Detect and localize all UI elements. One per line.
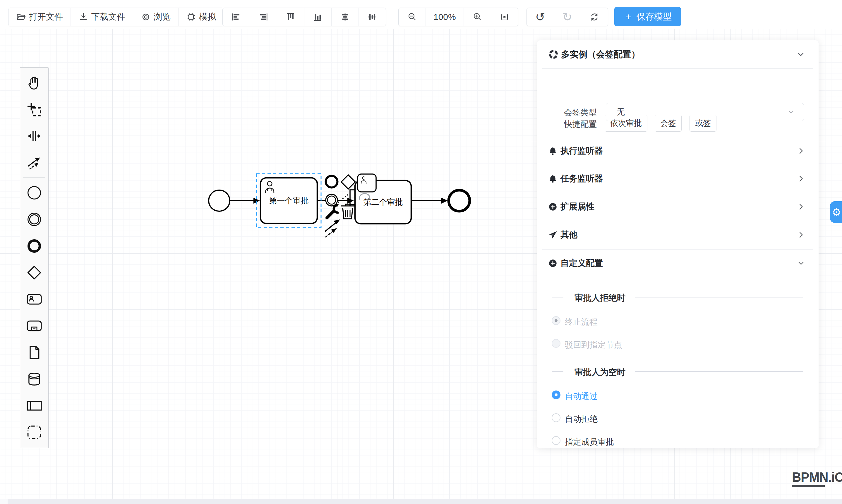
properties-panel: 多实例（会签配置） 快捷配置 依次审批 会签 或签 会签类型 无 执行监听器 任… xyxy=(537,40,819,448)
empty-section-title: 审批人为空时 xyxy=(575,366,626,378)
append-user-task-icon[interactable] xyxy=(358,174,376,192)
section-task-listener[interactable]: 任务监听器 xyxy=(537,165,819,193)
radio-assign-member-label: 指定成员审批 xyxy=(565,436,614,448)
bpmn-io-logo[interactable]: BPMN.iO xyxy=(792,470,842,487)
chevron-right-icon xyxy=(797,203,805,211)
divider xyxy=(635,371,803,372)
bpmn-io-logo-text: BPMN.iO xyxy=(792,470,842,484)
bell-icon xyxy=(548,146,558,156)
section-label: 执行监听器 xyxy=(560,145,797,157)
start-event[interactable] xyxy=(209,190,230,211)
radio-terminate-process-label: 终止流程 xyxy=(565,317,598,328)
section-other[interactable]: 其他 xyxy=(537,221,819,249)
section-label: 任务监听器 xyxy=(560,173,797,184)
text-annotation-icon[interactable] xyxy=(350,190,355,204)
chevron-right-icon xyxy=(797,175,805,183)
chevron-right-icon xyxy=(797,147,805,155)
section-label: 其他 xyxy=(560,229,797,241)
send-icon xyxy=(548,230,558,239)
multi-instance-title: 多实例（会签配置） xyxy=(561,49,796,60)
radio-auto-reject-label: 自动拒绝 xyxy=(565,414,598,425)
scrollbar-corner xyxy=(0,499,7,504)
chevron-down-icon xyxy=(787,108,795,116)
reject-section-title: 审批人拒绝时 xyxy=(575,292,626,304)
radio-auto-reject[interactable] xyxy=(552,413,560,422)
multi-instance-header[interactable]: 多实例（会签配置） xyxy=(537,40,819,69)
multi-instance-icon xyxy=(548,49,559,60)
quick-config-label: 快捷配置 xyxy=(564,119,597,130)
end-event[interactable] xyxy=(449,190,470,211)
append-gateway-icon[interactable] xyxy=(341,175,355,189)
task-first-approval[interactable] xyxy=(261,178,317,223)
settings-tab[interactable]: ⚙ xyxy=(830,201,842,223)
bell-icon xyxy=(548,174,558,183)
radio-terminate-process[interactable] xyxy=(552,316,560,325)
section-label: 扩展属性 xyxy=(560,201,797,213)
countersign-type-value: 无 xyxy=(617,107,787,118)
section-label: 自定义配置 xyxy=(560,257,797,269)
section-custom-config[interactable]: 自定义配置 xyxy=(537,249,819,277)
append-end-event-icon[interactable] xyxy=(326,176,337,187)
chevron-down-icon xyxy=(796,50,805,59)
chevron-down-icon xyxy=(797,259,805,267)
bpmn-editor-app: 打开文件 下载文件 浏览 模拟 xyxy=(0,0,842,504)
divider xyxy=(635,297,803,298)
section-execution-listener[interactable]: 执行监听器 xyxy=(537,137,819,165)
radio-assign-member[interactable] xyxy=(552,436,560,445)
countersign-type-label: 会签类型 xyxy=(564,107,597,118)
horizontal-scrollbar[interactable] xyxy=(0,499,842,504)
divider xyxy=(552,371,563,372)
trash-icon[interactable] xyxy=(341,204,354,219)
logo-underline xyxy=(792,485,825,487)
plus-circle-icon xyxy=(548,202,558,212)
radio-auto-approve[interactable] xyxy=(552,391,560,399)
countersign-type-select[interactable]: 无 xyxy=(606,103,804,121)
gear-icon: ⚙ xyxy=(832,206,841,218)
radio-return-to-node-label: 驳回到指定节点 xyxy=(565,339,622,350)
connect-tool-icon[interactable] xyxy=(326,219,340,237)
radio-auto-approve-label: 自动通过 xyxy=(565,391,598,402)
divider xyxy=(552,297,563,298)
plus-circle-icon xyxy=(548,258,558,268)
radio-return-to-node[interactable] xyxy=(552,339,560,348)
chevron-right-icon xyxy=(797,231,805,239)
wrench-icon[interactable] xyxy=(327,205,339,218)
section-extended-properties[interactable]: 扩展属性 xyxy=(537,193,819,221)
